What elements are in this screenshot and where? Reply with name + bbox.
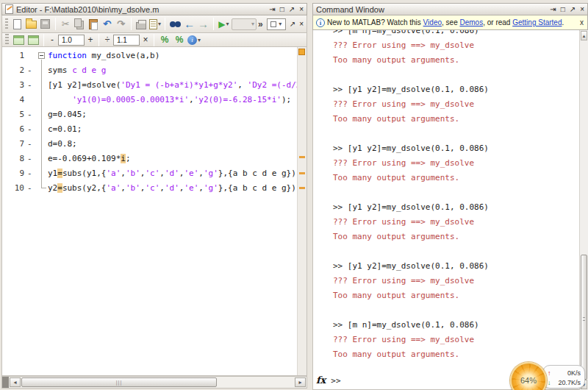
editor-close-button[interactable]: ×	[299, 6, 304, 13]
toolbar-undock-button[interactable]: ↗	[290, 21, 295, 28]
go-back-button[interactable]: ←	[183, 17, 196, 32]
new-file-button[interactable]	[11, 17, 24, 32]
publish-dropdown-icon: ▾	[158, 21, 161, 27]
hscroll-grip: |||	[116, 380, 122, 385]
go-forward-button[interactable]: →	[197, 17, 209, 32]
warning-line-marker[interactable]	[299, 187, 305, 189]
cmd-maximize-button[interactable]: □	[561, 6, 565, 13]
cmd-close-button[interactable]: ×	[580, 6, 584, 13]
evaluate-cell-button[interactable]: %	[158, 34, 171, 46]
banner-text-segment: .	[562, 18, 564, 26]
info-icon: i	[187, 35, 197, 45]
cmd-undock-button[interactable]: ↗	[570, 6, 576, 13]
vscroll-thumb[interactable]	[581, 255, 587, 380]
command-window-pane: Command Window ⇥ □ ↗ × i New to MATLAB? …	[312, 3, 588, 390]
toolbar-overflow-button[interactable]: »	[258, 19, 263, 29]
banner-link[interactable]: Demos	[459, 18, 483, 26]
command-window-titlebar[interactable]: Command Window ⇥ □ ↗ ×	[312, 3, 588, 15]
decrement-value-button[interactable]: -	[48, 35, 57, 45]
orange-percent-badge[interactable]: 64%	[510, 362, 547, 390]
divide-value-button[interactable]: ÷	[103, 35, 112, 45]
network-speed-overlay[interactable]: ↑0K/s ↓20.7K/s 64%	[510, 362, 588, 390]
toolbar-separator	[98, 34, 99, 46]
executable-marker[interactable]: -	[27, 152, 32, 166]
run-config-combo[interactable]: ▾	[232, 18, 257, 30]
banner-link[interactable]: Video	[423, 18, 442, 26]
banner-close-button[interactable]: x	[580, 18, 584, 26]
scroll-left-button[interactable]: ◂	[10, 377, 21, 387]
code-editor[interactable]: 1function my_dsolve(a,b)2-syms c d e g3-…	[1, 47, 307, 376]
line-number: 9	[7, 166, 24, 181]
executable-marker[interactable]: -	[27, 63, 32, 78]
increment-value-button[interactable]: +	[86, 35, 95, 45]
function-browser-button[interactable]: fx	[316, 375, 326, 386]
editor-pane: Editor - F:\Matlab2010\bin\my_dsolve.m ⇥…	[1, 3, 307, 389]
info-circle-icon: i	[316, 18, 325, 27]
print-button[interactable]	[135, 17, 148, 32]
copy-button[interactable]	[74, 17, 86, 32]
cut-button[interactable]: ✂	[60, 17, 72, 32]
executable-marker[interactable]: -	[27, 78, 32, 93]
cmd-dock-button[interactable]: ⇥	[550, 6, 556, 13]
editor-maximize-button[interactable]: □	[280, 6, 284, 13]
editor-undock-button[interactable]: ↗	[289, 6, 295, 13]
executable-marker[interactable]: -	[27, 166, 32, 181]
scroll-right-button[interactable]: ▸	[295, 377, 306, 387]
line-number: 8	[7, 152, 24, 166]
command-line: >> [m n]=my_dsolve(0.1, 0.086)	[333, 30, 587, 38]
save-button[interactable]	[39, 17, 51, 32]
warning-summary-indicator[interactable]	[298, 49, 305, 55]
dock-square-icon	[270, 21, 276, 27]
toolbar-drag-handle[interactable]	[5, 34, 9, 46]
toolbar-drag-handle[interactable]	[5, 18, 8, 30]
editor-dock-button[interactable]: ⇥	[269, 6, 275, 13]
scroll-up-button[interactable]: ▴	[581, 31, 587, 40]
publish-icon	[149, 19, 157, 29]
editor-titlebar[interactable]: Editor - F:\Matlab2010\bin\my_dsolve.m ⇥…	[1, 3, 307, 15]
run-button[interactable]: ▶▾	[218, 17, 230, 32]
multiply-divide-value-field[interactable]	[113, 35, 140, 46]
toolbar-close-button[interactable]: ×	[299, 21, 304, 28]
command-prompt[interactable]: >>	[331, 376, 340, 386]
open-folder-icon	[26, 21, 37, 29]
toolbar-separator	[55, 18, 56, 30]
combo-dropdown-icon: ▾	[251, 21, 254, 27]
percent-label: 64%	[520, 376, 537, 385]
undo-button[interactable]: ↶	[101, 17, 113, 32]
publish-button[interactable]: ▾	[149, 17, 162, 32]
banner-text: New to MATLAB? Watch this Video, see Dem…	[327, 18, 564, 26]
cell-help-button[interactable]: i▾	[187, 34, 201, 46]
print-icon	[136, 22, 146, 29]
executable-marker[interactable]: -	[27, 181, 32, 196]
code-line: 9-y1=subs(y1,{'a','b','c','d','e','g'},{…	[2, 166, 297, 181]
editor-horizontal-scrollbar[interactable]: ◂ ||| ▸	[1, 376, 307, 389]
message-indicator-strip[interactable]	[297, 47, 306, 375]
scrollbar-corner	[2, 377, 9, 388]
line-number: 10	[7, 181, 24, 196]
warning-line-marker[interactable]	[299, 172, 305, 174]
command-window-scrollbar[interactable]: ▴ ▾	[579, 30, 588, 390]
insert-cell-button[interactable]	[12, 34, 25, 46]
open-file-button[interactable]	[25, 17, 37, 32]
multiply-value-button[interactable]: ×	[141, 35, 150, 45]
new-to-matlab-banner: i New to MATLAB? Watch this Video, see D…	[312, 15, 588, 30]
code-fold-toggle[interactable]	[38, 52, 45, 59]
executable-marker[interactable]: -	[27, 137, 32, 152]
help-dropdown-icon: ▾	[198, 37, 201, 43]
warning-line-marker[interactable]	[299, 156, 305, 158]
line-number: 1	[7, 49, 24, 63]
add-subtract-value-field[interactable]	[58, 35, 85, 46]
hscroll-thumb[interactable]: |||	[21, 377, 217, 387]
error-line: ??? Error using ==> my_dsolve	[333, 274, 587, 288]
redo-button[interactable]: ↷	[115, 17, 127, 32]
find-button[interactable]	[169, 17, 182, 32]
next-cell-button[interactable]	[26, 34, 40, 46]
banner-link[interactable]: Getting Started	[512, 18, 562, 26]
command-window-body[interactable]: >> [m n]=my_dsolve(0.1, 0.086)??? Error …	[312, 30, 588, 390]
executable-marker[interactable]: -	[27, 107, 32, 122]
dock-target-combo[interactable]: ▾	[267, 18, 286, 30]
error-line: Too many output arguments.	[333, 112, 587, 127]
executable-marker[interactable]: -	[27, 122, 32, 137]
paste-button[interactable]	[87, 17, 99, 32]
evaluate-cell-advance-button[interactable]: %	[173, 34, 186, 46]
